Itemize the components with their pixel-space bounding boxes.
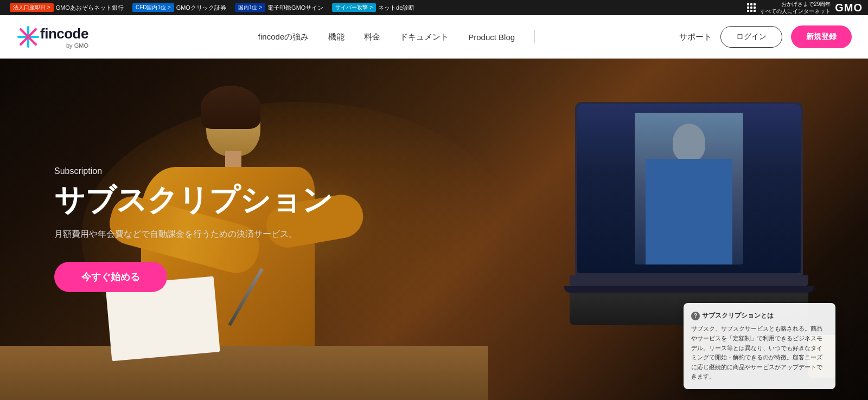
badge-3[interactable]: 国内1位 > [235,3,265,12]
top-bar-label-3: 電子印鑑GMOサイン [267,4,323,12]
gmo-tagline: おかげさまで29周年 すべての人にインターネット [760,1,831,15]
tooltip-info-icon: ? [691,312,700,320]
nav-links: fincodeの強み 機能 料金 ドキュメント Product Blog [114,30,679,43]
tooltip-body: サブスク、サブスクサービスとも略される。商品やサービスを「定額制」で利用できるビ… [691,324,828,382]
hero-content: Subscription サブスクリプション 月額費用や年会費などで自動課金を行… [54,166,333,292]
grid-icon [747,3,756,12]
logo-area[interactable]: fincode by GMO [16,25,114,49]
tooltip-title-row: ? サブスクリプションとは [691,311,828,321]
top-bar-item-4[interactable]: サイバー攻撃 > ネットde診断 [328,3,419,12]
nav-right: サポート ログイン 新規登録 [679,25,852,48]
hero-section: Subscription サブスクリプション 月額費用や年会費などで自動課金を行… [0,59,868,400]
top-bar-label-1: GMOあおぞらネット銀行 [56,4,124,12]
fincode-logo-icon [16,25,40,49]
login-button[interactable]: ログイン [720,26,782,48]
logo-fincode-text: fincode [40,25,88,42]
top-bar-right: おかげさまで29周年 すべての人にインターネット GMO [747,1,863,15]
top-bar-item-3[interactable]: 国内1位 > 電子印鑑GMOサイン [231,3,328,12]
top-bar-links: 法人口座即日 > GMOあおぞらネット銀行 CFD国内1位 > GMOクリック証… [5,3,419,12]
gmo-anniversary: おかげさまで29周年 [781,1,831,8]
top-bar: 法人口座即日 > GMOあおぞらネット銀行 CFD国内1位 > GMOクリック証… [0,0,868,15]
tooltip-card: ? サブスクリプションとは サブスク、サブスクサービスとも略される。商品やサービ… [684,303,835,389]
top-bar-item-2[interactable]: CFD国内1位 > GMOクリック証券 [128,3,231,12]
register-button[interactable]: 新規登録 [791,25,852,48]
tooltip-title-text: サブスクリプションとは [702,311,774,321]
badge-1[interactable]: 法人口座即日 > [10,3,54,12]
hero-subtitle: Subscription [54,166,333,176]
logo-bygmo-text: by GMO [40,42,88,49]
top-bar-label-4: ネットde診断 [378,4,414,12]
nav-item-strength[interactable]: fincodeの強み [258,32,309,42]
gmo-tagline-text: すべての人にインターネット [760,8,831,15]
top-bar-label-2: GMOクリック証券 [176,4,226,12]
badge-2[interactable]: CFD国内1位 > [132,3,174,12]
top-bar-item-1[interactable]: 法人口座即日 > GMOあおぞらネット銀行 [5,3,128,12]
nav-item-pricing[interactable]: 料金 [364,32,380,42]
badge-4[interactable]: サイバー攻撃 > [332,3,376,12]
nav-divider [534,30,535,43]
nav-item-docs[interactable]: ドキュメント [400,32,449,42]
navbar: fincode by GMO fincodeの強み 機能 料金 ドキュメント P… [0,15,868,59]
nav-support-link[interactable]: サポート [679,32,712,42]
hero-description: 月額費用や年会費などで自動課金を行うための決済サービス。 [54,229,333,240]
nav-item-features[interactable]: 機能 [328,32,344,42]
cta-button[interactable]: 今すぐ始める [54,262,167,292]
logo-text-block: fincode by GMO [40,25,88,49]
nav-item-blog[interactable]: Product Blog [468,33,515,42]
gmo-brand-logo: GMO [835,2,863,14]
hero-title: サブスクリプション [54,182,333,218]
